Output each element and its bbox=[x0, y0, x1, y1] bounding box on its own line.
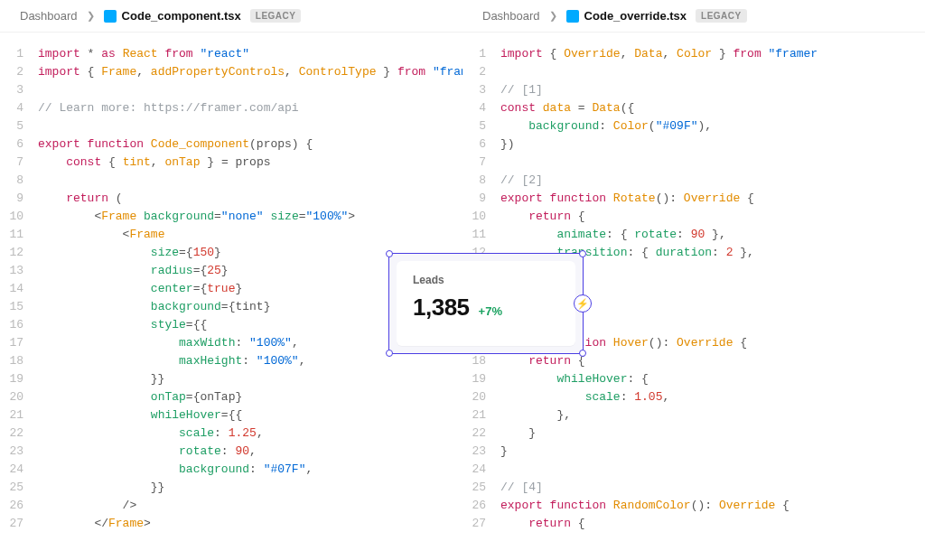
code-line[interactable]: 13 radius={25} bbox=[0, 262, 462, 280]
code-line[interactable]: 2import { Frame, addPropertyControls, Co… bbox=[0, 63, 462, 81]
code-line[interactable]: 18 return { bbox=[462, 352, 925, 370]
line-number: 9 bbox=[0, 190, 38, 208]
line-number: 13 bbox=[462, 262, 500, 280]
code-line[interactable]: 24 bbox=[462, 461, 925, 479]
line-content: }} bbox=[38, 370, 462, 388]
line-content: maxWidth: "100%", bbox=[38, 334, 462, 352]
code-line[interactable]: 8 bbox=[0, 172, 462, 190]
breadcrumb-file[interactable]: Code_component.tsx bbox=[104, 9, 241, 23]
code-line[interactable]: 16// [3] bbox=[462, 316, 925, 334]
line-content: export function Code_component(props) { bbox=[38, 135, 462, 154]
code-line[interactable]: 4const data = Data({ bbox=[462, 99, 925, 117]
code-line[interactable]: 5 bbox=[0, 117, 462, 135]
line-number: 14 bbox=[462, 280, 500, 298]
code-line[interactable]: 17 maxWidth: "100%", bbox=[0, 334, 462, 352]
code-line[interactable]: 17export function Hover(): Override { bbox=[462, 334, 925, 352]
line-content: const { tint, onTap } = props bbox=[38, 154, 462, 172]
code-line[interactable]: 22 } bbox=[462, 425, 925, 443]
code-line[interactable]: 11 <Frame bbox=[0, 226, 462, 244]
code-line[interactable]: 26 /> bbox=[0, 497, 462, 515]
line-content: // [4] bbox=[500, 479, 925, 497]
code-line[interactable]: 21 whileHover={{ bbox=[0, 406, 462, 425]
line-number: 19 bbox=[462, 370, 500, 388]
breadcrumb-root[interactable]: Dashboard bbox=[482, 9, 540, 23]
code-editor-right[interactable]: 1import { Override, Data, Color } from "… bbox=[462, 33, 925, 560]
code-line[interactable]: 25// [4] bbox=[462, 479, 925, 497]
code-line[interactable]: 19 whileHover: { bbox=[462, 370, 925, 388]
line-number: 8 bbox=[462, 172, 500, 190]
line-content: rotate: 90, bbox=[38, 443, 462, 461]
code-line[interactable]: 11 animate: { rotate: 90 }, bbox=[462, 226, 925, 244]
code-line[interactable]: 7 bbox=[462, 154, 925, 172]
code-line[interactable]: 14} bbox=[462, 280, 925, 298]
file-icon bbox=[104, 10, 117, 23]
code-line[interactable]: 27 return { bbox=[462, 515, 925, 533]
line-number: 12 bbox=[462, 244, 500, 262]
code-line[interactable]: 2 bbox=[462, 63, 925, 81]
line-content: background: "#07F", bbox=[38, 461, 462, 479]
line-number: 26 bbox=[0, 497, 38, 515]
line-number: 12 bbox=[0, 244, 38, 262]
line-number: 11 bbox=[462, 226, 500, 244]
line-content: export function RandomColor(): Override … bbox=[500, 497, 925, 515]
code-line[interactable]: 9export function Rotate(): Override { bbox=[462, 190, 925, 208]
line-content: background={tint} bbox=[38, 298, 462, 316]
code-line[interactable]: 19 }} bbox=[0, 370, 462, 388]
code-line[interactable]: 23} bbox=[462, 443, 925, 461]
line-content: } bbox=[500, 443, 925, 461]
code-line[interactable]: 26export function RandomColor(): Overrid… bbox=[462, 497, 925, 515]
line-number: 2 bbox=[462, 63, 500, 81]
line-number: 20 bbox=[0, 388, 38, 406]
code-line[interactable]: 3 bbox=[0, 81, 462, 99]
line-number: 3 bbox=[0, 81, 38, 99]
line-number: 15 bbox=[0, 298, 38, 316]
line-content: } bbox=[500, 262, 925, 280]
code-line[interactable]: 12 size={150} bbox=[0, 244, 462, 262]
code-line[interactable]: 16 style={{ bbox=[0, 316, 462, 334]
chevron-right-icon: ❯ bbox=[549, 10, 557, 22]
line-content: <Frame bbox=[38, 226, 462, 244]
line-number: 22 bbox=[0, 425, 38, 443]
code-line[interactable]: 5 background: Color("#09F"), bbox=[462, 117, 925, 135]
line-number: 15 bbox=[462, 298, 500, 316]
code-line[interactable]: 4// Learn more: https://framer.com/api bbox=[0, 99, 462, 117]
line-number: 20 bbox=[462, 388, 500, 406]
code-line[interactable]: 10 return { bbox=[462, 208, 925, 226]
line-content: scale: 1.25, bbox=[38, 425, 462, 443]
code-line[interactable]: 7 const { tint, onTap } = props bbox=[0, 154, 462, 172]
line-content: /> bbox=[38, 497, 462, 515]
code-line[interactable]: 1import { Override, Data, Color } from "… bbox=[462, 45, 925, 63]
code-line[interactable]: 25 }} bbox=[0, 479, 462, 497]
line-number: 7 bbox=[0, 154, 38, 172]
code-line[interactable]: 23 rotate: 90, bbox=[0, 443, 462, 461]
code-line[interactable]: 18 maxHeight: "100%", bbox=[0, 352, 462, 370]
code-line[interactable]: 6}) bbox=[462, 135, 925, 154]
code-line[interactable]: 20 onTap={onTap} bbox=[0, 388, 462, 406]
code-line[interactable]: 27 </Frame> bbox=[0, 515, 462, 533]
code-line[interactable]: 6export function Code_component(props) { bbox=[0, 135, 462, 154]
line-number: 21 bbox=[0, 406, 38, 425]
breadcrumb-file[interactable]: Code_override.tsx bbox=[566, 9, 687, 23]
line-content: maxHeight: "100%", bbox=[38, 352, 462, 370]
code-line[interactable]: 15 bbox=[462, 298, 925, 316]
line-number: 17 bbox=[462, 334, 500, 352]
code-line[interactable]: 24 background: "#07F", bbox=[0, 461, 462, 479]
breadcrumb-root[interactable]: Dashboard bbox=[20, 9, 78, 23]
code-line[interactable]: 22 scale: 1.25, bbox=[0, 425, 462, 443]
code-line[interactable]: 13 } bbox=[462, 262, 925, 280]
code-line[interactable]: 21 }, bbox=[462, 406, 925, 425]
code-line[interactable]: 12 transition: { duration: 2 }, bbox=[462, 244, 925, 262]
code-line[interactable]: 10 <Frame background="none" size="100%"> bbox=[0, 208, 462, 226]
code-line[interactable]: 8// [2] bbox=[462, 172, 925, 190]
code-line[interactable]: 20 scale: 1.05, bbox=[462, 388, 925, 406]
code-editor-left[interactable]: 1import * as React from "react"2import {… bbox=[0, 33, 462, 560]
code-line[interactable]: 9 return ( bbox=[0, 190, 462, 208]
code-line[interactable]: 3// [1] bbox=[462, 81, 925, 99]
line-content: // [1] bbox=[500, 81, 925, 99]
line-number: 11 bbox=[0, 226, 38, 244]
code-line[interactable]: 1import * as React from "react" bbox=[0, 45, 462, 63]
code-line[interactable]: 14 center={true} bbox=[0, 280, 462, 298]
line-number: 17 bbox=[0, 334, 38, 352]
line-number: 26 bbox=[462, 497, 500, 515]
code-line[interactable]: 15 background={tint} bbox=[0, 298, 462, 316]
